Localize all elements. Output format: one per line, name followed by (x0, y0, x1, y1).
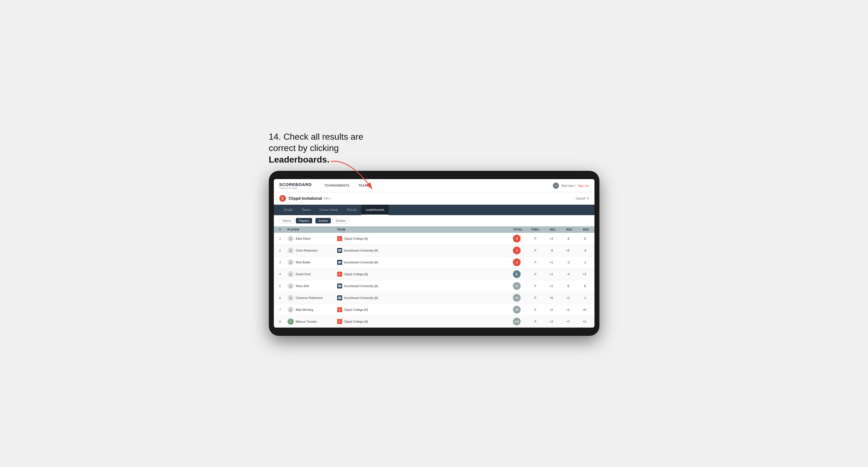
total-score-col: E (501, 270, 523, 278)
team-logo-red: C (337, 307, 342, 312)
player-name: Blair McHarg (296, 308, 313, 311)
team-name: Clippd College [A] (344, 308, 368, 311)
filter-players[interactable]: Players (296, 218, 312, 223)
thru-val: F (523, 261, 539, 264)
team-logo-red: C (337, 272, 342, 277)
tablet-screen: SCOREBOARD Powered by clippd TOURNAMENTS… (274, 179, 594, 328)
team-logo-red: C (337, 319, 342, 324)
person-icon (288, 272, 293, 276)
rd2-val: +1 (556, 308, 572, 311)
total-score-col: +9 (501, 306, 523, 314)
player-name: Rees Britt (296, 284, 309, 288)
player-cell: Blair McHarg (287, 307, 337, 313)
tab-leaderboards[interactable]: Leaderboards (361, 205, 389, 215)
th-rd3: RD3 (572, 228, 589, 231)
team-cell: Scoreboard University [A] (337, 295, 501, 300)
th-rd1: RD1 (539, 228, 556, 231)
nav-teams[interactable]: TEAMS (354, 179, 374, 192)
score-badge: +11 (513, 318, 521, 325)
cancel-button[interactable]: Cancel ✕ (576, 197, 589, 200)
player-avatar (287, 247, 293, 253)
rd3-val: E (572, 284, 589, 288)
team-cell: C Clippd College [A] (337, 319, 501, 324)
player-avatar (287, 271, 293, 277)
nav-tournaments[interactable]: TOURNAMENTS (320, 179, 354, 192)
svg-point-7 (290, 308, 291, 310)
person-icon (288, 260, 293, 264)
thru-val: F (523, 237, 539, 240)
player-cell: Chris Robertson (287, 247, 337, 253)
rd1-val: +2 (539, 308, 556, 311)
player-avatar (287, 283, 293, 289)
table-row: 3 Rich Butler Scoreboard University [A] … (274, 256, 594, 268)
table-header: # PLAYER TEAM TOTAL THRU RD1 RD2 RD3 (274, 226, 594, 233)
thru-val: F (523, 320, 539, 323)
thru-val: F (523, 308, 539, 311)
close-icon: ✕ (586, 197, 589, 200)
player-avatar (287, 307, 293, 313)
tab-teams[interactable]: Teams (297, 205, 315, 215)
tab-details[interactable]: Details (279, 205, 298, 215)
table-row: 8 Marcus Turners C Clippd College [A] +1… (274, 316, 594, 328)
total-score-col: -8 (501, 235, 523, 243)
tab-course-setup[interactable]: Course Setup (315, 205, 342, 215)
rd3-val: -1 (572, 261, 589, 264)
team-logo-red: C (337, 236, 342, 241)
th-player: PLAYER (287, 228, 337, 231)
player-avatar (287, 295, 293, 301)
svg-point-6 (290, 297, 291, 298)
th-thru: THRU (523, 228, 539, 231)
instruction-block: 14. Check all results are correct by cli… (269, 131, 384, 165)
rd3-val: +3 (572, 273, 589, 276)
player-cell: Rees Britt (287, 283, 337, 289)
thru-val: F (523, 249, 539, 252)
player-cell: Elliot Ebert (287, 236, 337, 242)
th-num: # (279, 228, 287, 231)
player-cell: David Ford (287, 271, 337, 277)
player-avatar (287, 259, 293, 265)
thru-val: F (523, 284, 539, 288)
score-badge: +1 (513, 282, 521, 290)
filter-bar: Teams Players Scores Strokes (274, 215, 594, 226)
leaderboard-table: 1 Elliot Ebert C Clippd College [A] -8 F… (274, 233, 594, 328)
score-badge: -2 (513, 258, 521, 266)
player-cell: Marcus Turners (287, 318, 337, 324)
logo-subtitle: Powered by clippd (279, 187, 312, 189)
row-num: 4 (279, 273, 287, 276)
table-row: 2 Chris Robertson Scoreboard University … (274, 245, 594, 256)
instruction-bold: Leaderboards. (269, 155, 330, 164)
rd1-val: +1 (539, 273, 556, 276)
team-name: Clippd College [A] (344, 320, 368, 323)
sign-out-link[interactable]: Sign out (578, 184, 589, 187)
th-rd2: RD2 (556, 228, 572, 231)
person-icon (288, 308, 293, 312)
person-icon (288, 248, 293, 253)
row-num: 6 (279, 296, 287, 300)
user-name: Test User | (561, 184, 576, 187)
team-cell: Scoreboard University [A] (337, 283, 501, 288)
total-score-col: +1 (501, 282, 523, 290)
svg-point-1 (290, 237, 291, 239)
person-icon (288, 319, 293, 324)
player-cell: Rich Butler (287, 259, 337, 265)
rd2-val: -4 (556, 273, 572, 276)
th-team: TEAM (337, 228, 501, 231)
team-name: Scoreboard University [A] (344, 296, 378, 300)
rd1-val: +1 (539, 284, 556, 288)
tab-results[interactable]: Results (342, 205, 362, 215)
team-logo-dark (337, 283, 342, 288)
logo: SCOREBOARD Powered by clippd (279, 182, 312, 189)
row-num: 5 (279, 284, 287, 288)
team-logo-dark (337, 260, 342, 265)
rd1-val: -5 (539, 249, 556, 252)
player-avatar (287, 236, 293, 242)
filter-teams[interactable]: Teams (279, 218, 294, 223)
filter-scores[interactable]: Scores (315, 218, 331, 223)
player-name: Cameron Robertson (296, 296, 323, 300)
team-cell: Scoreboard University [A] (337, 248, 501, 253)
rd1-val: +5 (539, 296, 556, 300)
score-badge: -8 (513, 235, 521, 243)
rd1-val: +1 (539, 261, 556, 264)
team-name: Scoreboard University [A] (344, 284, 378, 288)
filter-strokes[interactable]: Strokes (333, 218, 349, 223)
